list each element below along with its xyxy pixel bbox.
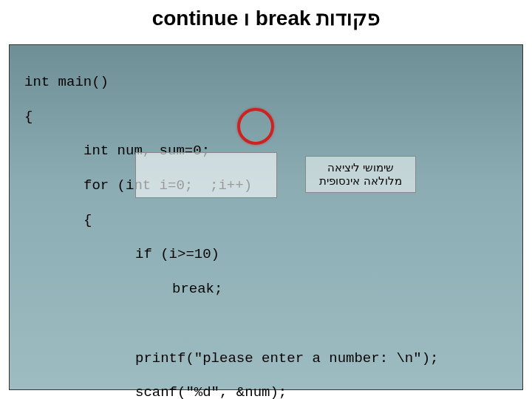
code-l7: break; [24,280,508,299]
code-l6: if (i>=10) [24,245,508,264]
slide-title: פקודות break ו continue [0,0,532,33]
callout-line2: מלולאה אינסופית [309,174,412,188]
callout-box: שימושי ליציאה מלולאה אינסופית [305,156,416,193]
blank1 [24,315,508,333]
code-l5: { [24,211,508,230]
code-l9: scanf("%d", &num); [24,383,508,399]
code-panel: int main() { int num, sum=0; for (int i=… [9,44,523,390]
circle-annotation [237,108,274,145]
callout-line1: שימושי ליציאה [309,161,412,174]
code-l8: printf("please enter a number: \n"); [24,349,508,368]
code-l1: int main() [24,73,508,92]
highlight-break-box [135,152,277,198]
